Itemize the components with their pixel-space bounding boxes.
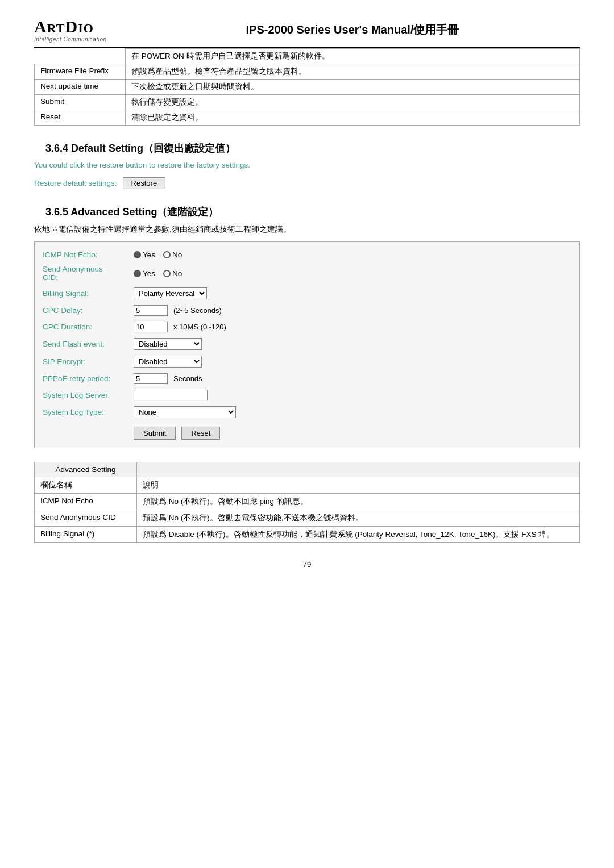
desc-col-desc bbox=[137, 462, 580, 477]
desc-row-billing: Billing Signal (*) 預設爲 Disable (不執行)。啓動極… bbox=[35, 527, 580, 543]
info-value: 下次檢查或更新之日期與時間資料。 bbox=[126, 80, 580, 95]
cpc-duration-control: x 10MS (0~120) bbox=[134, 322, 226, 332]
icmp-yes-option[interactable]: Yes bbox=[134, 251, 155, 259]
table-row: Reset 清除已設定之資料。 bbox=[35, 110, 580, 126]
desc-desc-anonymous: 預設爲 No (不執行)。啓動去電保密功能,不送本機之號碼資料。 bbox=[137, 510, 580, 527]
info-value: 預設爲產品型號。檢查符合產品型號之版本資料。 bbox=[126, 64, 580, 80]
advanced-settings-box: ICMP Not Echo: Yes No Send AnonymousCID:… bbox=[34, 241, 580, 448]
table-row: Next update time 下次檢查或更新之日期與時間資料。 bbox=[35, 80, 580, 95]
info-label bbox=[35, 49, 126, 64]
anon-no-label: No bbox=[172, 269, 182, 278]
billing-signal-label: Billing Signal: bbox=[43, 289, 134, 298]
section-364-description: You could click the restore button to re… bbox=[34, 161, 580, 169]
cpc-duration-note: x 10MS (0~120) bbox=[173, 323, 226, 331]
info-table: 在 POWER ON 時需用户自己選擇是否更新爲新的軟件。 Firmware F… bbox=[34, 48, 580, 126]
system-log-type-label: System Log Type: bbox=[43, 408, 134, 416]
logo-brand: ARTDIO bbox=[34, 17, 125, 36]
desc-field-col-header: 欄位名稱 bbox=[35, 477, 137, 494]
anon-no-option[interactable]: No bbox=[163, 269, 182, 278]
table-row: Firmware File Prefix 預設爲產品型號。檢查符合產品型號之版本… bbox=[35, 64, 580, 80]
desc-col-field: Advanced Setting bbox=[35, 462, 137, 477]
table-row: Submit 執行儲存變更設定。 bbox=[35, 95, 580, 110]
system-log-type-select[interactable]: None Syslog SMTP bbox=[134, 406, 236, 418]
desc-field-billing: Billing Signal (*) bbox=[35, 527, 137, 543]
info-label: Next update time bbox=[35, 80, 126, 95]
info-value: 執行儲存變更設定。 bbox=[126, 95, 580, 110]
info-value: 在 POWER ON 時需用户自己選擇是否更新爲新的軟件。 bbox=[126, 49, 580, 64]
info-value: 清除已設定之資料。 bbox=[126, 110, 580, 126]
info-label: Submit bbox=[35, 95, 126, 110]
table-row: 在 POWER ON 時需用户自己選擇是否更新爲新的軟件。 bbox=[35, 49, 580, 64]
send-flash-event-row: Send Flash event: Disabled Enabled bbox=[43, 335, 571, 353]
system-log-server-control bbox=[134, 390, 208, 400]
cpc-delay-input[interactable] bbox=[134, 305, 168, 316]
cpc-delay-row: CPC Delay: (2~5 Seconds) bbox=[43, 302, 571, 319]
desc-table-header-row: Advanced Setting bbox=[35, 462, 580, 477]
desc-field-icmp: ICMP Not Echo bbox=[35, 494, 137, 510]
icmp-not-echo-row: ICMP Not Echo: Yes No bbox=[43, 248, 571, 262]
send-flash-event-select[interactable]: Disabled Enabled bbox=[134, 338, 202, 350]
section-365-heading: 3.6.5 Advanced Setting（進階設定） bbox=[45, 205, 580, 219]
page-header: ARTDIO Intelligent Communication IPS-200… bbox=[34, 17, 580, 48]
send-flash-event-label: Send Flash event: bbox=[43, 340, 134, 348]
pppoe-retry-note: Seconds bbox=[173, 374, 202, 383]
desc-row-icmp: ICMP Not Echo 預設爲 No (不執行)。啓動不回應 ping 的訊… bbox=[35, 494, 580, 510]
pppoe-retry-row: PPPoE retry period: Seconds bbox=[43, 370, 571, 387]
desc-desc-billing: 預設爲 Disable (不執行)。啓動極性反轉功能，通知計費系統 (Polar… bbox=[137, 527, 580, 543]
desc-desc-icmp: 預設爲 No (不執行)。啓動不回應 ping 的訊息。 bbox=[137, 494, 580, 510]
info-label: Firmware File Prefix bbox=[35, 64, 126, 80]
icmp-no-radio[interactable] bbox=[163, 251, 171, 258]
anon-yes-label: Yes bbox=[143, 269, 155, 278]
pppoe-retry-control: Seconds bbox=[134, 373, 202, 384]
info-label: Reset bbox=[35, 110, 126, 126]
billing-signal-row: Billing Signal: Polarity Reversal Tone_1… bbox=[43, 285, 571, 302]
system-log-type-row: System Log Type: None Syslog SMTP bbox=[43, 403, 571, 421]
cpc-delay-control: (2~5 Seconds) bbox=[134, 305, 222, 316]
icmp-yes-label: Yes bbox=[143, 251, 155, 259]
send-anonymous-cid-label: Send AnonymousCID: bbox=[43, 265, 134, 282]
page-title: IPS-2000 Series User's Manual/使用手冊 bbox=[125, 22, 580, 37]
sip-encrypt-label: SIP Encrypt: bbox=[43, 357, 134, 366]
system-log-server-label: System Log Server: bbox=[43, 391, 134, 399]
cpc-duration-row: CPC Duration: x 10MS (0~120) bbox=[43, 319, 571, 335]
cpc-delay-label: CPC Delay: bbox=[43, 306, 134, 315]
restore-button[interactable]: Restore bbox=[123, 177, 166, 189]
sip-encrypt-row: SIP Encrypt: Disabled Enabled bbox=[43, 353, 571, 370]
desc-row-anonymous: Send Anonymous CID 預設爲 No (不執行)。啓動去電保密功能… bbox=[35, 510, 580, 527]
anon-yes-radio[interactable] bbox=[134, 270, 141, 277]
icmp-no-label: No bbox=[172, 251, 182, 259]
logo: ARTDIO Intelligent Communication bbox=[34, 17, 125, 43]
send-flash-event-control: Disabled Enabled bbox=[134, 338, 202, 350]
desc-desc-col-header: 說明 bbox=[137, 477, 580, 494]
billing-signal-control: Polarity Reversal Tone_12K Tone_16K bbox=[134, 287, 207, 299]
desc-row-header: 欄位名稱 說明 bbox=[35, 477, 580, 494]
section-364-heading: 3.6.4 Default Setting（回復出廠設定值） bbox=[45, 141, 580, 155]
page-number: 79 bbox=[34, 560, 580, 569]
pppoe-retry-input[interactable] bbox=[134, 373, 168, 384]
pppoe-retry-label: PPPoE retry period: bbox=[43, 374, 134, 383]
system-log-server-input[interactable] bbox=[134, 390, 208, 400]
sip-encrypt-select[interactable]: Disabled Enabled bbox=[134, 356, 202, 368]
adv-reset-button[interactable]: Reset bbox=[181, 427, 220, 440]
restore-row: Restore default settings: Restore bbox=[34, 177, 580, 189]
send-anonymous-cid-row: Send AnonymousCID: Yes No bbox=[43, 262, 571, 285]
icmp-no-option[interactable]: No bbox=[163, 251, 182, 259]
icmp-not-echo-label: ICMP Not Echo: bbox=[43, 251, 134, 259]
sip-encrypt-control: Disabled Enabled bbox=[134, 356, 202, 368]
anon-yes-option[interactable]: Yes bbox=[134, 269, 155, 278]
system-log-server-row: System Log Server: bbox=[43, 387, 571, 403]
cpc-duration-label: CPC Duration: bbox=[43, 323, 134, 331]
adv-submit-button[interactable]: Submit bbox=[134, 427, 176, 440]
anon-no-radio[interactable] bbox=[163, 270, 171, 277]
logo-sub: Intelligent Communication bbox=[34, 36, 125, 43]
description-table: Advanced Setting 欄位名稱 說明 ICMP Not Echo 預… bbox=[34, 462, 580, 543]
desc-field-anonymous: Send Anonymous CID bbox=[35, 510, 137, 527]
billing-signal-select[interactable]: Polarity Reversal Tone_12K Tone_16K bbox=[134, 287, 207, 299]
send-anonymous-cid-control: Yes No bbox=[134, 269, 182, 278]
cpc-duration-input[interactable] bbox=[134, 322, 168, 332]
system-log-type-control: None Syslog SMTP bbox=[134, 406, 236, 418]
icmp-yes-radio[interactable] bbox=[134, 251, 141, 258]
section-365-description: 依地區電信設備之特性選擇適當之參數,須由經銷商或技術工程師之建議。 bbox=[34, 224, 580, 235]
adv-button-row: Submit Reset bbox=[43, 427, 571, 440]
restore-label: Restore default settings: bbox=[34, 179, 117, 187]
